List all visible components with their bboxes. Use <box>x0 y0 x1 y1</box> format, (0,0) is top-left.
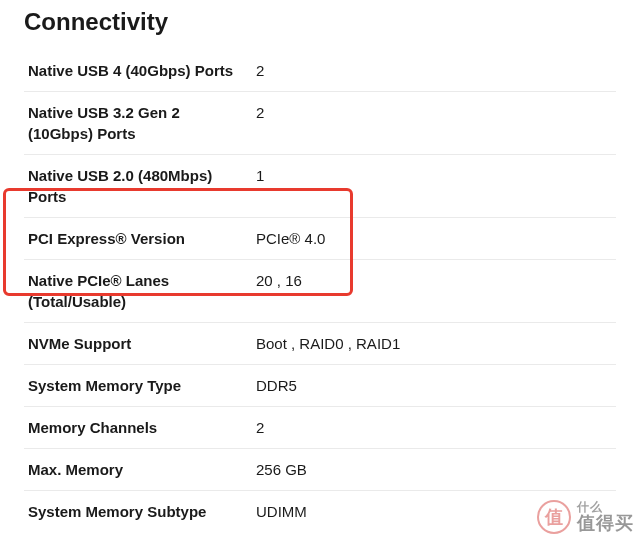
spec-label: Memory Channels <box>28 417 256 438</box>
spec-label: PCI Express® Version <box>28 228 256 249</box>
watermark-badge-icon: 值 <box>537 500 571 534</box>
section-title: Connectivity <box>24 8 616 36</box>
spec-value: 2 <box>256 60 616 81</box>
spec-value: 256 GB <box>256 459 616 480</box>
spec-label: Max. Memory <box>28 459 256 480</box>
spec-row: System Memory Type DDR5 <box>24 365 616 407</box>
spec-value: PCIe® 4.0 <box>256 228 616 249</box>
spec-value: 2 <box>256 102 616 123</box>
spec-label: Native USB 4 (40Gbps) Ports <box>28 60 256 81</box>
watermark-text: 什么 值得买 <box>577 501 634 532</box>
spec-row: Max. Memory 256 GB <box>24 449 616 491</box>
spec-row: Memory Channels 2 <box>24 407 616 449</box>
spec-label: System Memory Subtype <box>28 501 256 522</box>
spec-row: Native USB 3.2 Gen 2 (10Gbps) Ports 2 <box>24 92 616 155</box>
spec-value: DDR5 <box>256 375 616 396</box>
spec-label: Native USB 3.2 Gen 2 (10Gbps) Ports <box>28 102 256 144</box>
spec-value: 20 , 16 <box>256 270 616 291</box>
spec-label: NVMe Support <box>28 333 256 354</box>
watermark: 值 什么 值得买 <box>537 500 634 534</box>
spec-row: PCI Express® Version PCIe® 4.0 <box>24 218 616 260</box>
spec-label: Native PCIe® Lanes (Total/Usable) <box>28 270 256 312</box>
spec-row: Native PCIe® Lanes (Total/Usable) 20 , 1… <box>24 260 616 323</box>
spec-row: NVMe Support Boot , RAID0 , RAID1 <box>24 323 616 365</box>
spec-value: Boot , RAID0 , RAID1 <box>256 333 616 354</box>
watermark-line1: 什么 <box>577 501 634 514</box>
spec-label: Native USB 2.0 (480Mbps) Ports <box>28 165 256 207</box>
spec-row: System Memory Subtype UDIMM <box>24 491 616 532</box>
spec-label: System Memory Type <box>28 375 256 396</box>
spec-row: Native USB 2.0 (480Mbps) Ports 1 <box>24 155 616 218</box>
spec-value: 1 <box>256 165 616 186</box>
spec-section: Connectivity Native USB 4 (40Gbps) Ports… <box>0 0 640 536</box>
spec-value: 2 <box>256 417 616 438</box>
spec-row: Native USB 4 (40Gbps) Ports 2 <box>24 50 616 92</box>
watermark-line2: 值得买 <box>577 514 634 533</box>
